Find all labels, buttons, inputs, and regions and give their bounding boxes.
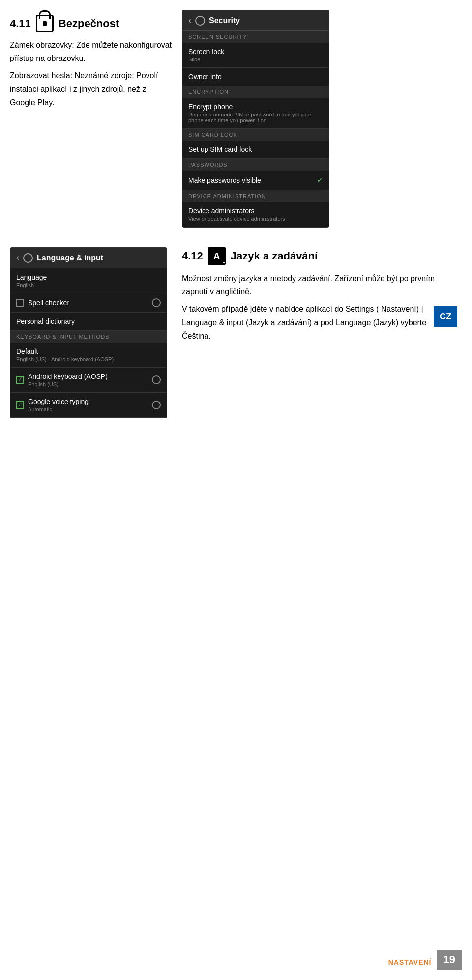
back-arrow-icon: ‹ — [188, 15, 191, 26]
security-screenshot-header: ‹ Security — [182, 10, 329, 31]
owner-info-title: Owner info — [188, 73, 323, 81]
spell-checker-item: Spell checker — [10, 293, 167, 313]
check-icon: ✓ — [317, 175, 323, 185]
android-keyboard-item: Android keyboard (AOSP) English (US) — [10, 368, 167, 393]
language-back-arrow-icon: ‹ — [16, 253, 19, 263]
page-number: 19 — [437, 950, 462, 970]
google-voice-checkbox[interactable] — [16, 401, 24, 409]
passwords-label: PASSWORDS — [182, 159, 329, 171]
right-text-block: 4.12 A Jazyk a zadávání Možnost změny ja… — [177, 247, 462, 418]
cz-badge: CZ — [434, 306, 457, 327]
personal-dictionary-title: Personal dictionary — [16, 317, 161, 325]
language-item: Language English — [10, 268, 167, 293]
encrypt-phone-title: Encrypt phone — [188, 103, 323, 111]
section-4-12-title: 4.12 A Jazyk a zadávání — [182, 247, 457, 265]
encryption-label: ENCRYPTION — [182, 86, 329, 98]
encrypt-phone-item: Encrypt phone Require a numeric PIN or p… — [182, 98, 329, 129]
device-admin-title: Device administrators — [188, 207, 323, 215]
android-keyboard-title: Android keyboard (AOSP) — [28, 373, 108, 380]
default-item: Default English (US) - Android keyboard … — [10, 343, 167, 368]
sim-lock-item: Set up SIM card lock — [182, 141, 329, 159]
para-412-2: V takovém případě jděte v nabídce aplika… — [182, 302, 457, 343]
screen-lock-title: Screen lock — [188, 48, 323, 56]
google-voice-settings-icon[interactable] — [152, 401, 161, 409]
language-gear-icon — [23, 253, 33, 263]
footer: NASTAVENÍ 19 — [388, 950, 462, 970]
para-412-1: Možnost změny jazyka a metody zadávání. … — [182, 272, 457, 298]
section-4-11-title: 4.11 Bezpečnost — [10, 15, 172, 32]
spell-checker-settings-icon[interactable] — [152, 298, 161, 307]
top-section: 4.11 Bezpečnost Zámek obrazovky: Zde můž… — [0, 0, 472, 232]
nastaveni-label: NASTAVENÍ — [388, 958, 432, 966]
paragraph-2: Zobrazovat hesla: Neznámé zdroje: Povolí… — [10, 69, 172, 109]
google-voice-item: Google voice typing Automatic — [10, 393, 167, 418]
language-title: Language & input — [37, 254, 103, 262]
security-screenshot: ‹ Security SCREEN SECURITY Screen lock S… — [182, 10, 329, 228]
screen-security-label: SCREEN SECURITY — [182, 31, 329, 43]
device-admin-sub: View or deactivate device administrators — [188, 216, 323, 222]
section-412-title-text: Jazyk a zadávání — [231, 250, 318, 262]
language-item-title: Language — [16, 273, 161, 281]
lock-icon — [36, 15, 54, 32]
spell-checker-checkbox[interactable] — [16, 299, 24, 307]
screen-lock-item: Screen lock Slide — [182, 43, 329, 68]
device-admin-item: Device administrators View or deactivate… — [182, 202, 329, 227]
make-passwords-item: Make passwords visible ✓ — [182, 171, 329, 190]
language-screenshot: ‹ Language & input Language English Spel… — [10, 247, 167, 418]
make-passwords-title: Make passwords visible — [188, 176, 261, 184]
android-keyboard-settings-icon[interactable] — [152, 375, 161, 384]
sim-lock-title: Set up SIM card lock — [188, 145, 323, 153]
default-title: Default — [16, 347, 161, 355]
section-title-text: Bezpečnost — [59, 17, 119, 30]
android-keyboard-sub: English (US) — [28, 381, 108, 387]
android-keyboard-checkbox[interactable] — [16, 376, 24, 384]
left-text-block: 4.11 Bezpečnost Zámek obrazovky: Zde můž… — [10, 10, 172, 228]
security-title: Security — [209, 16, 240, 25]
owner-info-item: Owner info — [182, 68, 329, 86]
section-body-text: Zámek obrazovky: Zde můžete nakonfigurov… — [10, 38, 172, 109]
sim-lock-label: SIM CARD LOCK — [182, 129, 329, 141]
screen-lock-sub: Slide — [188, 57, 323, 62]
language-screenshot-header: ‹ Language & input — [10, 248, 167, 268]
section-number-411: 4.11 — [10, 17, 31, 30]
google-voice-title: Google voice typing — [28, 398, 88, 405]
paragraph-1: Zámek obrazovky: Zde můžete nakonfigurov… — [10, 38, 172, 65]
section-412-body: Možnost změny jazyka a metody zadávání. … — [182, 272, 457, 343]
gear-icon — [195, 16, 205, 26]
section-number-412: 4.12 — [182, 250, 203, 262]
default-sub: English (US) - Android keyboard (AOSP) — [16, 356, 161, 362]
device-admin-label: DEVICE ADMINISTRATION — [182, 190, 329, 202]
bottom-section: ‹ Language & input Language English Spel… — [0, 237, 472, 428]
spell-checker-title: Spell checker — [28, 299, 69, 307]
encrypt-phone-sub: Require a numeric PIN or password to dec… — [188, 112, 323, 123]
google-voice-sub: Automatic — [28, 406, 88, 412]
a-icon: A — [208, 247, 226, 265]
personal-dictionary-item: Personal dictionary — [10, 313, 167, 331]
keyboard-methods-label: KEYBOARD & INPUT METHODS — [10, 331, 167, 343]
language-item-sub: English — [16, 282, 161, 288]
